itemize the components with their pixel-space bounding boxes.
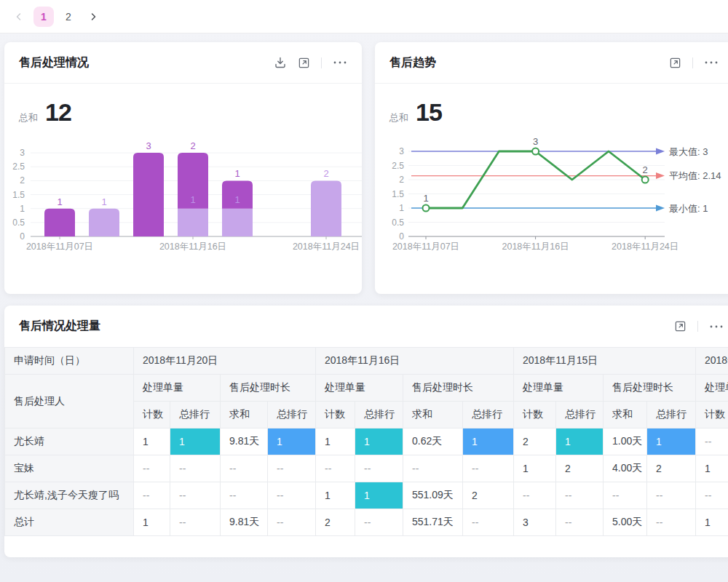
card-title: 售后情况处理量	[19, 319, 100, 334]
date-group-header: 2018年11月16日	[316, 348, 514, 375]
date-group-header: 2018年11月15日	[514, 348, 696, 375]
metric-header: 售后处理时长	[604, 375, 696, 402]
y-axis-tick-label: 0.5	[392, 218, 404, 228]
y-axis-tick-label: 1.5	[12, 190, 25, 200]
table-cell: 2	[556, 455, 604, 482]
metric-header: 售后处理时长	[221, 375, 316, 402]
table-cell: --	[604, 482, 647, 509]
bar-value-label: 2	[190, 140, 195, 151]
aggregation-header: 总排行	[170, 402, 221, 428]
total-stat: 总和 12	[4, 84, 362, 127]
y-axis-tick-label: 0	[399, 231, 404, 242]
table-cell: --	[355, 455, 403, 482]
bar-segment-light[interactable]	[89, 209, 119, 236]
y-axis-tick-label: 3	[20, 148, 25, 158]
y-axis-tick-label: 2	[20, 175, 25, 186]
table-cell: 2	[463, 482, 514, 509]
more-icon[interactable]	[709, 320, 724, 333]
stat-label: 总和	[19, 111, 38, 124]
data-point[interactable]	[642, 177, 649, 183]
next-page-button[interactable]	[83, 7, 103, 27]
table-cell: 1	[316, 482, 355, 509]
corner-header-handler: 售后处理人	[5, 375, 134, 428]
bar-segment-light[interactable]	[178, 209, 208, 236]
y-axis-tick-label: 1	[399, 203, 404, 213]
x-axis-label: 2018年11月16日	[502, 242, 569, 252]
table-cell: 5.00天	[604, 509, 647, 536]
metric-header: 售后处理时长	[403, 375, 514, 402]
table-cell: --	[316, 455, 355, 482]
page-button-2[interactable]: 2	[58, 7, 79, 27]
aggregation-header: 计数	[514, 402, 556, 428]
more-icon[interactable]	[333, 56, 347, 69]
handler-name-cell: 尤长靖,浅子今天瘦了吗	[5, 482, 134, 509]
date-group-header: 2018年	[696, 348, 728, 375]
markline-arrow-icon	[656, 205, 665, 212]
card-header: 售后处理情况	[4, 42, 362, 84]
table-cell: --	[170, 509, 221, 536]
after-sales-trend-card: 售后趋势 总和 15 00.511.522.53最大值: 3平均值: 2.14最…	[375, 42, 728, 294]
page-button-1[interactable]: 1	[33, 7, 54, 27]
bar-value-label: 1	[234, 194, 240, 205]
metric-header: 处理单量	[134, 375, 221, 402]
point-value-label: 2	[643, 164, 648, 175]
bar-value-label: 1	[190, 194, 195, 205]
processing-volume-table-card: 售后情况处理量 申请时间（日）2018年11月20日2018年11月16日201…	[4, 306, 728, 557]
table-cell: --	[514, 482, 556, 509]
table-cell: 1	[647, 428, 696, 455]
markline-label: 平均值: 2.14	[669, 170, 721, 181]
y-axis-tick-label: 0	[20, 231, 25, 242]
aggregation-header: 计数	[134, 402, 170, 428]
card-header: 售后情况处理量	[4, 306, 728, 347]
chevron-left-icon	[15, 12, 23, 21]
trend-line-chart: 00.511.522.53最大值: 3平均值: 2.14最小值: 1132201…	[375, 129, 728, 259]
point-value-label: 1	[423, 193, 428, 204]
aggregation-header: 总排行	[556, 402, 604, 428]
bar-segment-light[interactable]	[222, 209, 253, 236]
y-axis-tick-label: 0.5	[12, 218, 25, 228]
bar-value-label: 3	[146, 140, 151, 151]
table-cell: 1	[696, 509, 728, 536]
aggregation-header: 求和	[221, 402, 268, 428]
table-cell: 1	[514, 455, 556, 482]
divider	[697, 321, 698, 332]
date-group-header: 2018年11月20日	[134, 348, 316, 375]
data-point[interactable]	[423, 205, 430, 212]
expand-icon[interactable]	[674, 320, 687, 332]
stacked-bar-chart: 00.511.522.53113211122018年11月07日2018年11月…	[4, 129, 362, 259]
corner-header-apply-time: 申请时间（日）	[5, 348, 134, 375]
aggregation-header: 求和	[604, 402, 647, 428]
table-cell: --	[134, 482, 170, 509]
table-cell: 1	[463, 428, 514, 455]
prev-page-button[interactable]	[9, 7, 29, 27]
table-cell: 0.62天	[403, 428, 463, 455]
table-cell: 1	[134, 428, 170, 455]
bar-segment-dark[interactable]	[44, 209, 75, 236]
total-stat: 总和 15	[375, 84, 728, 127]
table-cell: --	[170, 455, 221, 482]
stat-label: 总和	[389, 111, 408, 124]
aggregation-header: 总排行	[647, 402, 696, 428]
table-cell: 551.71天	[403, 509, 463, 536]
table-cell: 1	[268, 428, 316, 455]
data-point[interactable]	[532, 148, 539, 155]
download-icon[interactable]	[274, 56, 287, 69]
table-cell: 1	[355, 482, 403, 509]
table-cell: 1.00天	[604, 428, 647, 455]
bar-segment-dark[interactable]	[133, 153, 164, 236]
bar-segment-light[interactable]	[311, 180, 341, 236]
more-icon[interactable]	[704, 56, 719, 69]
markline-label: 最小值: 1	[669, 203, 708, 214]
table-cell: 2	[514, 428, 556, 455]
bar-value-label: 1	[57, 196, 62, 207]
expand-icon[interactable]	[669, 57, 681, 69]
bar-value-label: 1	[234, 168, 240, 179]
table-cell: --	[403, 455, 463, 482]
markline-label: 最大值: 3	[669, 146, 708, 157]
x-axis-label: 2018年11月24日	[612, 242, 678, 252]
y-axis-tick-label: 2.5	[392, 161, 404, 171]
expand-icon[interactable]	[298, 57, 310, 69]
table-cell: --	[134, 455, 170, 482]
aggregation-header: 求和	[403, 402, 463, 428]
point-value-label: 3	[533, 136, 538, 147]
